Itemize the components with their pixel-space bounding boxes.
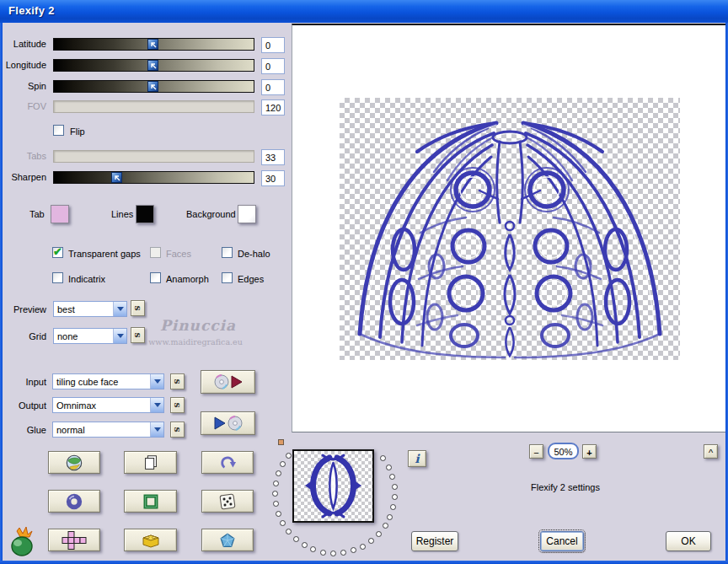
torus-button[interactable] — [48, 490, 100, 513]
transparent-gaps-label: Transparent gaps — [68, 249, 141, 259]
tabs-label: Tabs — [0, 151, 46, 161]
fov-label: FOV — [0, 101, 46, 111]
grid-combo[interactable]: none — [53, 328, 127, 344]
polyhedron-button[interactable] — [201, 529, 254, 551]
preset-ring-dot[interactable] — [383, 523, 388, 529]
slider-row-latitude: Latitude 0 — [0, 37, 291, 54]
chevron-down-icon[interactable] — [113, 329, 126, 343]
preset-ring-dot[interactable] — [293, 536, 299, 542]
copy-button[interactable] — [124, 451, 177, 474]
chevron-down-icon[interactable] — [150, 374, 163, 389]
undo-arrow-icon — [217, 454, 238, 472]
lego-button[interactable] — [124, 529, 177, 551]
lines-color-swatch[interactable] — [136, 205, 154, 223]
preset-ring-dot[interactable] — [376, 531, 382, 537]
preset-ring-dot[interactable] — [390, 504, 396, 510]
zoom-out-button[interactable]: − — [529, 444, 543, 459]
sharpen-slider-thumb[interactable] — [111, 172, 122, 183]
preview-random-seed-button[interactable]: s — [131, 300, 145, 316]
spin-slider[interactable] — [53, 80, 254, 93]
output-combo[interactable]: Omnimax — [52, 397, 164, 413]
chevron-down-icon[interactable] — [113, 302, 126, 316]
preset-ring-dot[interactable] — [340, 550, 346, 556]
undo-button[interactable] — [201, 451, 254, 474]
preview-image[interactable] — [340, 98, 680, 360]
preset-ring-dot[interactable] — [368, 538, 374, 544]
cd-load-icon — [211, 414, 245, 432]
sharpen-slider[interactable] — [53, 171, 254, 184]
glue-random-seed-button[interactable]: s — [170, 422, 185, 438]
transparent-gaps-checkbox[interactable]: ✔ — [52, 247, 63, 258]
watermark-url: www.maidiregrafica.eu — [140, 337, 251, 346]
save-settings-button[interactable] — [201, 370, 255, 394]
grid-combo-label: Grid — [0, 331, 46, 341]
spin-slider-thumb[interactable] — [147, 81, 158, 92]
latitude-slider[interactable] — [53, 38, 254, 51]
preset-ring-dot[interactable] — [310, 546, 316, 552]
info-button[interactable]: i — [408, 450, 426, 467]
output-combo-label: Output — [0, 400, 46, 411]
preset-ring-dot[interactable] — [276, 511, 281, 517]
preset-thumbnail-art — [294, 451, 372, 521]
preset-ring-dot[interactable] — [380, 455, 386, 461]
fov-value[interactable]: 120 — [261, 99, 285, 115]
preset-ring-dot[interactable] — [280, 520, 286, 526]
indicatrix-checkbox[interactable] — [52, 272, 63, 283]
title-bar[interactable]: Flexify 2 — [0, 0, 728, 23]
register-button[interactable]: Register — [411, 531, 458, 551]
ok-button[interactable]: OK — [666, 531, 711, 551]
zoom-in-button[interactable]: + — [582, 444, 597, 459]
output-random-seed-button[interactable]: s — [170, 397, 185, 413]
preset-ring-dot[interactable] — [276, 470, 281, 476]
preset-ring-dot[interactable] — [286, 529, 292, 534]
load-settings-button[interactable] — [201, 411, 255, 435]
zoom-level-display: 50% — [548, 443, 579, 459]
preset-ring-dot[interactable] — [330, 551, 336, 556]
preset-thumbnail[interactable] — [292, 449, 374, 523]
longitude-value[interactable]: 0 — [261, 58, 285, 74]
flip-checkbox[interactable] — [53, 125, 64, 136]
chevron-down-icon[interactable] — [150, 422, 163, 437]
dice-button[interactable] — [201, 490, 254, 513]
sharpen-value[interactable]: 30 — [261, 170, 285, 186]
preset-ring-dot[interactable] — [389, 474, 395, 480]
edges-checkbox[interactable] — [222, 272, 233, 283]
preset-ring-dot[interactable] — [351, 547, 356, 553]
preset-ring-dot[interactable] — [286, 453, 292, 459]
input-random-seed-button[interactable]: s — [170, 373, 185, 389]
tab-color-swatch[interactable] — [51, 205, 69, 223]
collapse-button[interactable]: ^ — [704, 444, 718, 459]
preset-ring-dot[interactable] — [280, 461, 286, 467]
frame-button[interactable] — [124, 490, 177, 513]
chevron-down-icon[interactable] — [150, 398, 163, 412]
preset-ring-dot[interactable] — [273, 481, 279, 486]
glue-combo[interactable]: normal — [52, 422, 164, 438]
background-color-swatch[interactable] — [238, 205, 256, 223]
input-combo[interactable]: tiling cube face — [52, 373, 164, 389]
anamorph-checkbox[interactable] — [150, 272, 161, 283]
de-halo-checkbox[interactable] — [222, 247, 233, 258]
longitude-slider[interactable] — [53, 59, 254, 72]
longitude-slider-thumb[interactable] — [147, 60, 158, 71]
preset-ring-dot[interactable] — [273, 501, 279, 507]
preset-ring-dot[interactable] — [392, 494, 398, 500]
preview-combo[interactable]: best — [53, 301, 127, 317]
tabs-value[interactable]: 33 — [261, 149, 285, 165]
caret-up-icon: ^ — [709, 448, 713, 458]
indicatrix-label: Indicatrix — [68, 274, 105, 284]
earth-button[interactable] — [48, 451, 100, 474]
preset-ring-dot[interactable] — [360, 544, 366, 550]
preset-ring-dot[interactable] — [272, 491, 278, 497]
preset-ring-dot[interactable] — [392, 484, 398, 490]
preset-ring-dot[interactable] — [386, 465, 392, 470]
latitude-slider-thumb[interactable] — [147, 39, 158, 50]
cancel-button[interactable]: Cancel — [540, 531, 584, 551]
preset-ring-dot[interactable] — [387, 514, 393, 520]
spin-value[interactable]: 0 — [261, 79, 285, 95]
preset-ring-dot[interactable] — [320, 550, 326, 556]
plus-icon: + — [586, 448, 592, 458]
preset-ring-dot[interactable] — [302, 542, 308, 548]
latitude-value[interactable]: 0 — [261, 37, 285, 53]
cube-net-button[interactable] — [48, 529, 100, 551]
watermark-name: Pinuccia — [148, 317, 248, 334]
